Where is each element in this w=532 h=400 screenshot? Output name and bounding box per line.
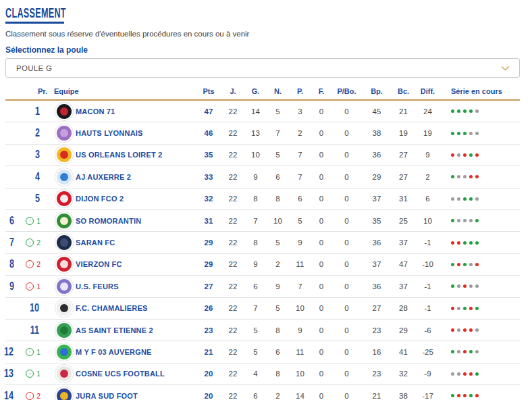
col-header-j: J. [221, 87, 244, 95]
team-logo-icon [55, 124, 73, 142]
form-dot-loss [463, 153, 467, 157]
team-name[interactable]: US ORLEANS LOIRET 2 [74, 151, 196, 159]
stat-bp: 16 [362, 348, 392, 356]
stat-n: 2 [267, 260, 289, 268]
rank-cell: 11 [5, 324, 54, 336]
form-dot-loss [451, 328, 454, 332]
rank-number: 4 [35, 171, 40, 183]
promotion-indicator: ↑1 [26, 217, 41, 225]
form-dot-win [463, 307, 467, 310]
stat-bp: 23 [362, 370, 392, 378]
stat-f: 0 [311, 260, 331, 268]
team-logo-cell [54, 212, 74, 230]
table-row: 2HAUTS LYONNAIS4622137200381919 [5, 122, 520, 144]
form-dot-loss [475, 175, 479, 178]
team-name[interactable]: AJ AUXERRE 2 [74, 173, 196, 181]
team-name[interactable]: U.S. FEURS [74, 282, 196, 291]
stat-f: 0 [311, 217, 331, 225]
form-dot-win [475, 372, 479, 376]
team-logo-icon [55, 387, 73, 400]
stat-pts: 20 [196, 392, 221, 400]
stat-pts: 29 [196, 239, 221, 247]
form-dot-win [451, 109, 454, 113]
poule-select-dropdown[interactable]: POULE G [5, 58, 520, 78]
stat-p: 7 [289, 151, 311, 159]
form-dot-win [463, 132, 467, 135]
stat-bc: 37 [392, 282, 415, 291]
stat-bp: 35 [362, 217, 392, 225]
stat-j: 22 [221, 173, 244, 181]
rank-cell: 13↑1 [5, 368, 54, 380]
stat-pts: 46 [196, 129, 221, 137]
stat-p: 14 [289, 392, 311, 400]
stat-bp: 37 [362, 195, 392, 203]
stat-f: 0 [311, 326, 331, 334]
team-name[interactable]: DIJON FCO 2 [74, 195, 196, 203]
rank-number: 1 [35, 105, 40, 118]
form-dot-loss [451, 153, 454, 157]
disclaimer-text: Classement sous réserve d'éventuelles pr… [5, 30, 520, 38]
form-dot-draw [463, 219, 467, 222]
form-dot-win [451, 219, 454, 222]
stat-j: 22 [221, 217, 244, 225]
stat-j: 22 [221, 239, 244, 247]
stat-n: 8 [267, 326, 289, 334]
recent-form-cell [440, 132, 520, 135]
team-name[interactable]: COSNE UCS FOOTBALL [74, 370, 196, 378]
rank-cell: 9↓1 [5, 280, 54, 293]
stat-pts: 23 [196, 326, 221, 334]
arrow-down-icon: ↓ [26, 282, 34, 291]
page-title: CLASSEMENT [5, 5, 66, 21]
stat-bp: 36 [362, 282, 392, 291]
stat-p: 9 [289, 239, 311, 247]
stat-p: 11 [289, 260, 311, 268]
form-dot-loss [463, 394, 467, 397]
stat-f: 0 [311, 107, 331, 116]
rank-number: 8 [9, 258, 14, 270]
stat-p: 2 [289, 129, 311, 137]
stat-n: 5 [267, 239, 289, 247]
team-logo-icon [55, 255, 73, 273]
stat-bc: 47 [392, 260, 415, 268]
team-name[interactable]: VIERZON FC [74, 260, 196, 268]
stat-bc: 38 [392, 392, 415, 400]
team-logo-cell [54, 146, 74, 164]
rank-number: 2 [35, 127, 40, 139]
form-dot-win [457, 132, 460, 135]
team-name[interactable]: SARAN FC [74, 239, 196, 247]
stat-n: 7 [267, 129, 289, 137]
team-name[interactable]: HAUTS LYONNAIS [74, 129, 196, 137]
stat-diff: -9 [415, 370, 440, 378]
team-name[interactable]: MACON 71 [74, 107, 196, 116]
stat-diff: -25 [415, 348, 440, 356]
form-dot-draw [451, 372, 454, 376]
stat-f: 0 [311, 195, 331, 203]
stat-bp: 21 [362, 392, 392, 400]
rank-cell: 7↑2 [5, 236, 54, 249]
form-dot-win [469, 153, 473, 157]
recent-form-cell [440, 350, 520, 353]
team-name[interactable]: SO ROMORANTIN [74, 217, 196, 225]
team-name[interactable]: AS SAINT ETIENNE 2 [74, 326, 196, 334]
chevron-down-icon [501, 66, 510, 71]
form-dot-loss [457, 394, 460, 397]
stat-bp: 36 [362, 239, 392, 247]
arrow-up-icon: ↑ [26, 370, 34, 378]
team-name[interactable]: M Y F 03 AUVERGNE [74, 348, 196, 356]
stat-bc: 31 [392, 195, 415, 203]
stat-pbo: 0 [331, 370, 362, 378]
stat-diff: -1 [415, 304, 440, 312]
stat-bc: 25 [392, 217, 415, 225]
stat-g: 8 [244, 239, 267, 247]
form-dot-win [475, 219, 479, 222]
stat-bc: 28 [392, 304, 415, 312]
team-name[interactable]: JURA SUD FOOT [74, 392, 196, 400]
stat-j: 22 [221, 370, 244, 378]
team-logo-cell [54, 387, 74, 400]
stat-g: 13 [244, 129, 267, 137]
stat-f: 0 [311, 173, 331, 181]
team-name[interactable]: F.C. CHAMALIERES [74, 304, 196, 312]
movement-count: 2 [36, 239, 41, 247]
rank-cell: 1 [5, 105, 54, 118]
col-header-f: F. [311, 87, 331, 95]
